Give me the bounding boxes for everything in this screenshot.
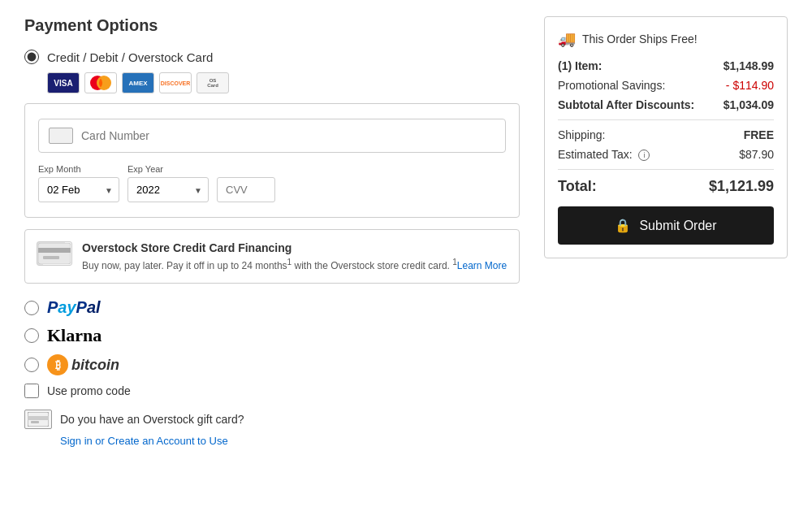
subtotal-row: Subtotal After Discounts: $1,034.09 xyxy=(558,98,774,111)
mastercard-icon xyxy=(84,72,117,93)
financing-desc-text: Buy now, pay later. Pay it off in up to … xyxy=(82,260,457,271)
gift-card-icon xyxy=(24,410,52,429)
subtotal-amount: $1,034.09 xyxy=(723,98,774,111)
promo-code-row[interactable]: Use promo code xyxy=(24,384,520,398)
klarna-radio[interactable] xyxy=(24,328,39,343)
amex-icon: AMEX xyxy=(122,72,154,93)
card-details-row: Exp Month 02 Feb 01 Jan 03 Mar 04 Apr 05… xyxy=(38,164,506,202)
gift-card-row: Do you have an Overstock gift card? xyxy=(24,410,520,429)
total-amount: $1,121.99 xyxy=(709,178,774,195)
bitcoin-logo: ₿ bitcoin xyxy=(47,354,119,375)
paypal-radio[interactable] xyxy=(24,301,39,315)
card-number-icon xyxy=(49,128,73,144)
promo-savings-label: Promotional Savings: xyxy=(558,79,665,92)
shipping-truck-icon: 🚚 xyxy=(558,30,576,48)
credit-card-radio[interactable] xyxy=(24,50,39,64)
financing-card-icon xyxy=(37,241,72,266)
signin-link[interactable]: Sign in or Create an Account to Use xyxy=(60,435,228,447)
financing-text-block: Overstock Store Credit Card Financing Bu… xyxy=(82,241,507,271)
learn-more-link[interactable]: Learn More xyxy=(457,260,507,271)
svg-rect-3 xyxy=(38,248,71,253)
exp-year-label: Exp Year xyxy=(127,164,209,174)
item-row: (1) Item: $1,148.99 xyxy=(558,59,774,72)
financing-desc: Buy now, pay later. Pay it off in up to … xyxy=(82,258,507,271)
card-icons-row: VISA AMEX DISCOVER OSCard xyxy=(47,72,520,93)
bitcoin-option[interactable]: ₿ bitcoin xyxy=(24,354,520,375)
tax-amount: $87.90 xyxy=(739,148,774,161)
submit-order-label: Submit Order xyxy=(639,219,716,233)
cvv-group xyxy=(217,177,275,202)
total-label: Total: xyxy=(558,178,597,195)
total-row: Total: $1,121.99 xyxy=(558,178,774,195)
ships-free-text: This Order Ships Free! xyxy=(582,33,698,46)
svg-rect-4 xyxy=(43,256,59,259)
shipping-amount: FREE xyxy=(744,128,774,141)
cvv-input[interactable] xyxy=(217,177,275,202)
shipping-row: Shipping: FREE xyxy=(558,128,774,141)
submit-order-button[interactable]: 🔒 Submit Order xyxy=(558,206,774,245)
svg-point-1 xyxy=(97,76,111,90)
total-divider xyxy=(558,169,774,170)
exp-month-label: Exp Month xyxy=(38,164,119,174)
item-label: (1) Item: xyxy=(558,59,602,72)
bitcoin-text: bitcoin xyxy=(71,357,119,374)
ships-free-banner: 🚚 This Order Ships Free! xyxy=(558,30,774,48)
gift-card-label: Do you have an Overstock gift card? xyxy=(60,413,244,426)
tax-label: Estimated Tax: i xyxy=(558,148,650,161)
klarna-logo: Klarna xyxy=(47,325,102,346)
promo-checkbox[interactable] xyxy=(24,384,39,398)
financing-title: Overstock Store Credit Card Financing xyxy=(82,241,507,254)
klarna-option[interactable]: Klarna xyxy=(24,325,520,346)
tax-row: Estimated Tax: i $87.90 xyxy=(558,148,774,161)
paypal-logo: PayPal xyxy=(47,298,101,317)
exp-month-select[interactable]: 02 Feb 01 Jan 03 Mar 04 Apr 05 May 06 Ju… xyxy=(38,177,119,202)
credit-card-option[interactable]: Credit / Debit / Overstock Card xyxy=(24,50,520,64)
order-summary: 🚚 This Order Ships Free! (1) Item: $1,14… xyxy=(544,16,788,258)
promo-savings-amount: - $114.90 xyxy=(726,79,774,92)
lock-icon: 🔒 xyxy=(615,218,631,233)
exp-year-select[interactable]: 2022 2023 2024 2025 2026 xyxy=(127,177,209,202)
overstock-card-icon: OSCard xyxy=(197,72,229,93)
card-form-box: Exp Month 02 Feb 01 Jan 03 Mar 04 Apr 05… xyxy=(24,103,520,218)
shipping-label: Shipping: xyxy=(558,128,605,141)
promo-label: Use promo code xyxy=(47,384,131,397)
exp-year-select-wrapper: 2022 2023 2024 2025 2026 ▼ xyxy=(127,177,209,202)
paypal-option[interactable]: PayPal xyxy=(24,298,520,317)
exp-year-group: Exp Year 2022 2023 2024 2025 2026 ▼ xyxy=(127,164,209,202)
item-amount: $1,148.99 xyxy=(723,59,774,72)
card-number-row xyxy=(38,119,506,153)
bitcoin-radio[interactable] xyxy=(24,358,39,372)
promo-savings-row: Promotional Savings: - $114.90 xyxy=(558,79,774,92)
exp-month-select-wrapper: 02 Feb 01 Jan 03 Mar 04 Apr 05 May 06 Ju… xyxy=(38,177,119,202)
svg-rect-6 xyxy=(28,416,49,420)
financing-box: Overstock Store Credit Card Financing Bu… xyxy=(24,229,520,284)
subtotal-label: Subtotal After Discounts: xyxy=(558,98,694,111)
bitcoin-icon: ₿ xyxy=(47,354,68,375)
card-number-input[interactable] xyxy=(81,129,495,142)
page-title: Payment Options xyxy=(24,16,520,35)
summary-divider xyxy=(558,119,774,120)
exp-month-group: Exp Month 02 Feb 01 Jan 03 Mar 04 Apr 05… xyxy=(38,164,119,202)
credit-card-label: Credit / Debit / Overstock Card xyxy=(47,50,213,64)
svg-rect-7 xyxy=(31,421,39,423)
discover-icon: DISCOVER xyxy=(159,72,192,93)
visa-icon: VISA xyxy=(47,72,80,93)
tax-info-icon: i xyxy=(638,150,650,161)
svg-rect-2 xyxy=(38,243,71,264)
